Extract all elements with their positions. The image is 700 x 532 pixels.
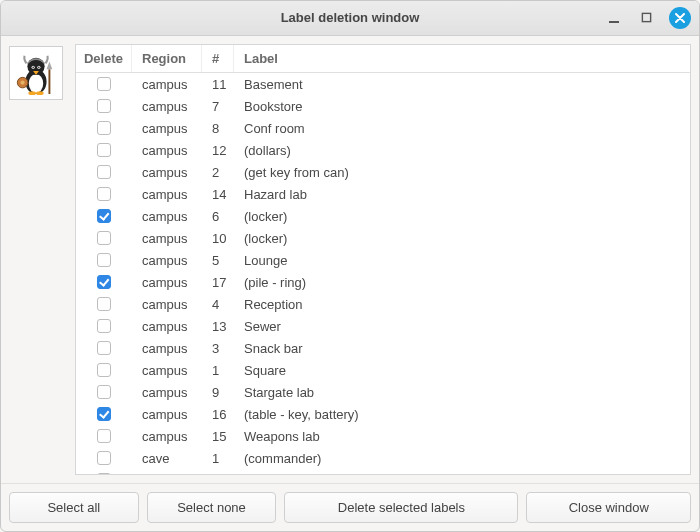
delete-checkbox[interactable]: [97, 165, 111, 179]
table-row[interactable]: cave5(entrance from Domains room): [76, 469, 690, 474]
table-row[interactable]: campus11Basement: [76, 73, 690, 95]
cell-region: campus: [132, 425, 202, 447]
delete-checkbox[interactable]: [97, 451, 111, 465]
header-number[interactable]: #: [202, 45, 234, 73]
cell-region: campus: [132, 337, 202, 359]
delete-checkbox[interactable]: [97, 209, 111, 223]
close-icon[interactable]: [669, 7, 691, 29]
cell-delete: [76, 425, 132, 447]
svg-rect-1: [642, 14, 650, 22]
cell-label: Reception: [234, 293, 690, 315]
delete-checkbox[interactable]: [97, 319, 111, 333]
svg-point-3: [29, 74, 43, 93]
delete-checkbox[interactable]: [97, 187, 111, 201]
delete-checkbox[interactable]: [97, 99, 111, 113]
cell-label: (get key from can): [234, 161, 690, 183]
cell-label: (table - key, battery): [234, 403, 690, 425]
table-row[interactable]: campus2(get key from can): [76, 161, 690, 183]
cell-delete: [76, 139, 132, 161]
cell-region: campus: [132, 227, 202, 249]
cell-label: Basement: [234, 73, 690, 95]
delete-checkbox[interactable]: [97, 143, 111, 157]
cell-region: campus: [132, 315, 202, 337]
minimize-icon[interactable]: [605, 9, 623, 27]
cell-number: 7: [202, 95, 234, 117]
cell-number: 5: [202, 249, 234, 271]
window: Label deletion window: [0, 0, 700, 532]
cell-delete: [76, 205, 132, 227]
delete-checkbox[interactable]: [97, 77, 111, 91]
cell-label: Conf room: [234, 117, 690, 139]
cell-label: Weapons lab: [234, 425, 690, 447]
delete-checkbox[interactable]: [97, 429, 111, 443]
svg-point-7: [32, 66, 34, 68]
delete-checkbox[interactable]: [97, 275, 111, 289]
cell-delete: [76, 359, 132, 381]
close-window-button[interactable]: Close window: [526, 492, 691, 523]
table-row[interactable]: campus10(locker): [76, 227, 690, 249]
table-row[interactable]: campus8Conf room: [76, 117, 690, 139]
header-delete[interactable]: Delete: [76, 45, 132, 73]
cell-number: 9: [202, 381, 234, 403]
delete-checkbox[interactable]: [97, 297, 111, 311]
svg-point-10: [36, 91, 44, 95]
delete-checkbox[interactable]: [97, 121, 111, 135]
table-row[interactable]: campus13Sewer: [76, 315, 690, 337]
delete-checkbox[interactable]: [97, 341, 111, 355]
maximize-icon[interactable]: [637, 9, 655, 27]
table-row[interactable]: campus6(locker): [76, 205, 690, 227]
table-row[interactable]: campus14Hazard lab: [76, 183, 690, 205]
delete-checkbox[interactable]: [97, 473, 111, 474]
cell-region: campus: [132, 117, 202, 139]
cell-region: campus: [132, 359, 202, 381]
cell-number: 12: [202, 139, 234, 161]
cell-label: (dollars): [234, 139, 690, 161]
table-row[interactable]: campus15Weapons lab: [76, 425, 690, 447]
cell-region: campus: [132, 381, 202, 403]
cell-delete: [76, 95, 132, 117]
table-row[interactable]: campus17(pile - ring): [76, 271, 690, 293]
window-controls: [605, 7, 691, 29]
cell-label: Stargate lab: [234, 381, 690, 403]
cell-delete: [76, 469, 132, 474]
select-all-button[interactable]: Select all: [9, 492, 139, 523]
cell-delete: [76, 73, 132, 95]
table-row[interactable]: cave1(commander): [76, 447, 690, 469]
cell-number: 4: [202, 293, 234, 315]
cell-region: campus: [132, 205, 202, 227]
delete-checkbox[interactable]: [97, 363, 111, 377]
header-label[interactable]: Label: [234, 45, 690, 73]
table-row[interactable]: campus12(dollars): [76, 139, 690, 161]
table-row[interactable]: campus9Stargate lab: [76, 381, 690, 403]
svg-point-9: [28, 91, 36, 95]
svg-rect-0: [609, 21, 619, 23]
delete-selected-button[interactable]: Delete selected labels: [284, 492, 518, 523]
cell-region: campus: [132, 139, 202, 161]
header-region[interactable]: Region: [132, 45, 202, 73]
select-none-button[interactable]: Select none: [147, 492, 277, 523]
table-row[interactable]: campus16(table - key, battery): [76, 403, 690, 425]
cell-delete: [76, 381, 132, 403]
table-body[interactable]: campus11Basementcampus7Bookstorecampus8C…: [76, 73, 690, 474]
cell-label: Square: [234, 359, 690, 381]
table-row[interactable]: campus3Snack bar: [76, 337, 690, 359]
table-row[interactable]: campus4Reception: [76, 293, 690, 315]
table-row[interactable]: campus1Square: [76, 359, 690, 381]
table-row[interactable]: campus7Bookstore: [76, 95, 690, 117]
cell-delete: [76, 293, 132, 315]
delete-checkbox[interactable]: [97, 253, 111, 267]
cell-label: (pile - ring): [234, 271, 690, 293]
label-table: Delete Region # Label campus11Basementca…: [75, 44, 691, 475]
delete-checkbox[interactable]: [97, 407, 111, 421]
cell-number: 14: [202, 183, 234, 205]
delete-checkbox[interactable]: [97, 385, 111, 399]
cell-label: (locker): [234, 227, 690, 249]
cell-label: Bookstore: [234, 95, 690, 117]
cell-delete: [76, 249, 132, 271]
cell-region: cave: [132, 447, 202, 469]
table-row[interactable]: campus5Lounge: [76, 249, 690, 271]
cell-number: 16: [202, 403, 234, 425]
delete-checkbox[interactable]: [97, 231, 111, 245]
cell-number: 6: [202, 205, 234, 227]
cell-number: 13: [202, 315, 234, 337]
